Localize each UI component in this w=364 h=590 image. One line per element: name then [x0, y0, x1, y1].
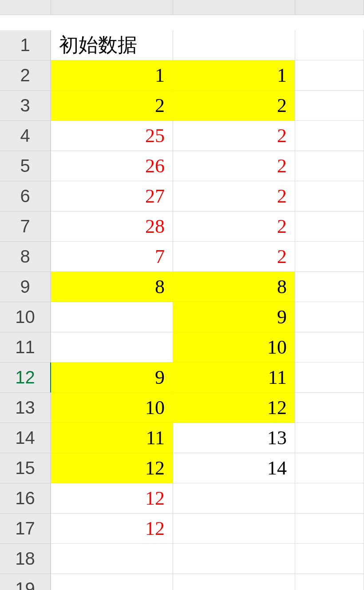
row-header[interactable]: 10	[0, 302, 51, 332]
row-header[interactable]: 16	[0, 483, 51, 514]
row-header[interactable]: 14	[0, 423, 51, 453]
cell[interactable]	[51, 332, 173, 363]
row-header[interactable]: 19	[0, 574, 51, 590]
cell[interactable]	[51, 544, 173, 574]
cell[interactable]: 2	[173, 242, 295, 272]
row-header[interactable]: 5	[0, 151, 51, 181]
row-header[interactable]: 3	[0, 91, 51, 121]
cell[interactable]	[295, 60, 364, 91]
cell[interactable]	[295, 483, 364, 514]
cell[interactable]: 7	[51, 242, 173, 272]
col-header-b[interactable]	[173, 0, 295, 15]
cell[interactable]: 14	[173, 453, 295, 483]
cell[interactable]: 26	[51, 151, 173, 181]
cell[interactable]: 9	[51, 363, 173, 393]
row-header[interactable]: 12	[0, 363, 51, 393]
cell[interactable]: 8	[173, 272, 295, 302]
column-header-row	[0, 0, 364, 15]
cell[interactable]	[295, 272, 364, 302]
cell[interactable]: 13	[173, 423, 295, 453]
row-header[interactable]: 7	[0, 211, 51, 242]
cell[interactable]	[173, 514, 295, 544]
row-header[interactable]: 11	[0, 332, 51, 363]
row-header[interactable]: 18	[0, 544, 51, 574]
cell[interactable]: 28	[51, 211, 173, 242]
cell[interactable]	[173, 30, 295, 60]
cell[interactable]	[295, 302, 364, 332]
cell[interactable]: 25	[51, 121, 173, 151]
cell[interactable]	[295, 544, 364, 574]
cell[interactable]: 10	[51, 393, 173, 423]
row-header[interactable]: 9	[0, 272, 51, 302]
cell[interactable]	[173, 574, 295, 590]
cell[interactable]: 11	[173, 363, 295, 393]
cell[interactable]: 初始数据	[51, 30, 173, 60]
cell[interactable]: 2	[173, 91, 295, 121]
cell[interactable]: 2	[51, 91, 173, 121]
row-header[interactable]: 13	[0, 393, 51, 423]
cell[interactable]	[295, 453, 364, 483]
cell[interactable]: 2	[173, 211, 295, 242]
row-header[interactable]: 1	[0, 30, 51, 60]
cell[interactable]	[295, 151, 364, 181]
cell[interactable]	[173, 544, 295, 574]
cell[interactable]	[295, 30, 364, 60]
cell[interactable]: 12	[173, 393, 295, 423]
cell[interactable]: 2	[173, 151, 295, 181]
cell[interactable]: 11	[51, 423, 173, 453]
col-header-a[interactable]	[51, 0, 173, 15]
cell[interactable]: 2	[173, 181, 295, 211]
cell[interactable]: 12	[51, 453, 173, 483]
cell[interactable]	[295, 514, 364, 544]
cell[interactable]	[295, 181, 364, 211]
row-header[interactable]: 2	[0, 60, 51, 91]
cell[interactable]: 8	[51, 272, 173, 302]
row-header[interactable]: 15	[0, 453, 51, 483]
row-header[interactable]: 17	[0, 514, 51, 544]
cell[interactable]	[295, 423, 364, 453]
cell[interactable]: 10	[173, 332, 295, 363]
cell[interactable]	[295, 242, 364, 272]
cell[interactable]	[295, 393, 364, 423]
row-header[interactable]: 8	[0, 242, 51, 272]
cell[interactable]	[173, 483, 295, 514]
cell[interactable]	[295, 211, 364, 242]
cell[interactable]: 1	[173, 60, 295, 91]
row-header[interactable]: 6	[0, 181, 51, 211]
cell[interactable]	[51, 302, 173, 332]
cell[interactable]: 12	[51, 514, 173, 544]
cell[interactable]: 1	[51, 60, 173, 91]
cell[interactable]	[295, 363, 364, 393]
cell[interactable]: 12	[51, 483, 173, 514]
cell[interactable]: 2	[173, 121, 295, 151]
cell[interactable]	[295, 332, 364, 363]
cell[interactable]: 9	[173, 302, 295, 332]
cell[interactable]	[51, 574, 173, 590]
cell[interactable]	[295, 121, 364, 151]
cell[interactable]	[295, 91, 364, 121]
cell[interactable]: 27	[51, 181, 173, 211]
col-header-c[interactable]	[295, 0, 364, 15]
select-all-corner[interactable]	[0, 0, 51, 15]
spreadsheet-grid[interactable]: 1初始数据21132242525262627272828729881091110…	[0, 0, 364, 590]
cell[interactable]	[295, 574, 364, 590]
row-header[interactable]: 4	[0, 121, 51, 151]
